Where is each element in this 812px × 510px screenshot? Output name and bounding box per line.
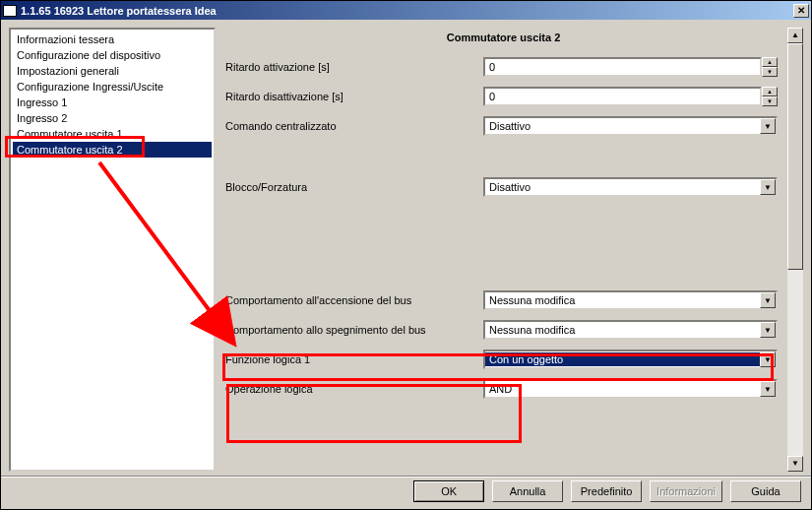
button-bar: OK Annulla Predefinito Informazioni Guid… xyxy=(1,476,811,509)
combo-operazione-logica[interactable]: AND ▼ xyxy=(483,379,778,399)
ritardo-attivazione-field[interactable] xyxy=(483,57,762,77)
page-title: Commutatore uscita 2 xyxy=(221,32,785,43)
chevron-down-icon[interactable]: ▼ xyxy=(760,322,776,338)
combo-text: Con un oggetto xyxy=(485,352,760,366)
label-blocco-forzatura: Blocco/Forzatura xyxy=(225,181,483,193)
combo-text: Disattivo xyxy=(485,181,760,193)
input-ritardo-disattivazione[interactable]: ▲ ▼ xyxy=(483,87,778,106)
combo-text: Nessuna modifica xyxy=(485,294,760,306)
label-comportamento-spegnimento: Comportamento allo spegnimento del bus xyxy=(225,324,483,336)
label-funzione-logica-1: Funzione logica 1 xyxy=(225,353,483,365)
chevron-down-icon[interactable]: ▼ xyxy=(760,381,776,397)
spin-up-icon[interactable]: ▲ xyxy=(762,87,778,96)
annulla-button[interactable]: Annulla xyxy=(492,480,563,502)
window-icon xyxy=(3,5,17,17)
sidebar-item-info-tessera[interactable]: Informazioni tessera xyxy=(13,32,212,47)
sidebar-item-commutatore-2[interactable]: Commutatore uscita 2 xyxy=(13,142,212,158)
scroll-thumb[interactable] xyxy=(787,43,803,270)
combo-text: Nessuna modifica xyxy=(485,324,760,336)
vertical-scrollbar[interactable]: ▲ ▼ xyxy=(787,28,803,472)
label-comando-centralizzato: Comando centralizzato xyxy=(225,120,483,132)
titlebar[interactable]: 1.1.65 16923 Lettore portatessera Idea ✕ xyxy=(1,1,811,20)
window-title: 1.1.65 16923 Lettore portatessera Idea xyxy=(21,5,217,17)
spin-down-icon[interactable]: ▼ xyxy=(762,67,778,77)
scroll-down-icon[interactable]: ▼ xyxy=(787,456,803,472)
dialog-window: 1.1.65 16923 Lettore portatessera Idea ✕… xyxy=(0,0,812,510)
chevron-down-icon[interactable]: ▼ xyxy=(760,118,776,134)
content-area: Informazioni tessera Configurazione del … xyxy=(1,20,811,476)
ritardo-disattivazione-field[interactable] xyxy=(483,87,762,106)
scroll-up-icon[interactable]: ▲ xyxy=(787,28,803,43)
sidebar-item-impostazioni-generali[interactable]: Impostazioni generali xyxy=(13,63,212,79)
predefinito-button[interactable]: Predefinito xyxy=(571,480,642,502)
combo-comando-centralizzato[interactable]: Disattivo ▼ xyxy=(483,116,778,136)
label-operazione-logica: Operazione logica xyxy=(225,383,483,395)
combo-blocco-forzatura[interactable]: Disattivo ▼ xyxy=(483,177,778,197)
combo-comportamento-spegnimento[interactable]: Nessuna modifica ▼ xyxy=(483,320,778,340)
close-button[interactable]: ✕ xyxy=(793,4,809,18)
chevron-down-icon[interactable]: ▼ xyxy=(760,351,776,367)
spin-up-icon[interactable]: ▲ xyxy=(762,57,778,67)
input-ritardo-attivazione[interactable]: ▲ ▼ xyxy=(483,57,778,77)
chevron-down-icon[interactable]: ▼ xyxy=(760,179,776,195)
guida-button[interactable]: Guida xyxy=(730,480,801,502)
label-comportamento-accensione: Comportamento all'accensione del bus xyxy=(225,294,483,306)
sidebar-item-config-ingressi-uscite[interactable]: Configurazione Ingressi/Uscite xyxy=(13,79,212,95)
combo-text: Disattivo xyxy=(485,120,760,132)
sidebar-item-config-dispositivo[interactable]: Configurazione del dispositivo xyxy=(13,47,212,63)
main-panel: Commutatore uscita 2 Ritardo attivazione… xyxy=(221,28,803,472)
informazioni-button: Informazioni xyxy=(650,480,722,502)
sidebar-item-ingresso-1[interactable]: Ingresso 1 xyxy=(13,95,212,110)
label-ritardo-attivazione: Ritardo attivazione [s] xyxy=(225,61,483,73)
sidebar-item-ingresso-2[interactable]: Ingresso 2 xyxy=(13,110,212,126)
scroll-track[interactable] xyxy=(787,43,803,456)
spin-down-icon[interactable]: ▼ xyxy=(762,96,778,106)
combo-comportamento-accensione[interactable]: Nessuna modifica ▼ xyxy=(483,290,778,310)
chevron-down-icon[interactable]: ▼ xyxy=(760,292,776,308)
ok-button[interactable]: OK xyxy=(413,480,484,502)
combo-text: AND xyxy=(485,383,760,395)
sidebar-item-commutatore-1[interactable]: Commutatore uscita 1 xyxy=(13,126,212,142)
label-ritardo-disattivazione: Ritardo disattivazione [s] xyxy=(225,91,483,102)
sidebar: Informazioni tessera Configurazione del … xyxy=(9,28,216,472)
combo-funzione-logica-1[interactable]: Con un oggetto ▼ xyxy=(483,350,778,369)
